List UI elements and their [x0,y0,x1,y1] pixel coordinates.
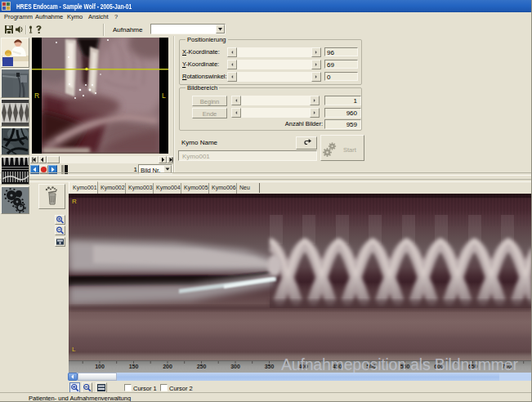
svg-text:150: 150 [129,364,139,369]
svg-text:200: 200 [163,364,172,369]
svg-text:L: L [162,92,166,100]
svg-text:350: 350 [265,364,275,369]
svg-text:100: 100 [95,364,105,369]
svg-text:R: R [34,92,39,100]
svg-text:250: 250 [197,364,207,369]
svg-text:300: 300 [230,364,240,369]
